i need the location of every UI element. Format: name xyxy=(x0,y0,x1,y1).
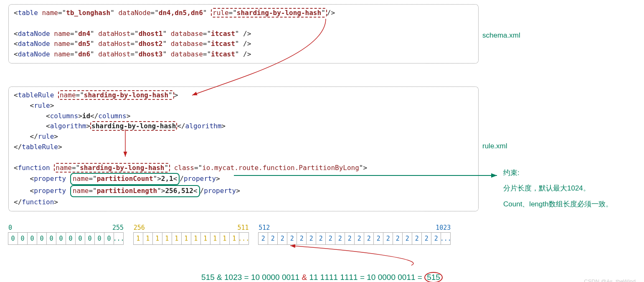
partition-strip: 00000000000...0255 11111111111...256511 … xyxy=(8,232,636,245)
partition-cell: 2 xyxy=(287,232,297,245)
partition-cell: 0 xyxy=(46,232,56,245)
rule-xml-box: <tableRule name="sharding-by-long-hash">… xyxy=(8,86,479,211)
formula: 515 & 1023 = 10 0000 0011 & 11 1111 1111… xyxy=(8,272,636,282)
partition-cell: 1 xyxy=(200,232,210,245)
schema-xml-box: <table name="tb_longhash" dataNode="dn4,… xyxy=(8,4,479,64)
partition-cell: 2 xyxy=(258,232,268,245)
partition-cell: 1 xyxy=(162,232,172,245)
partition-cell: 1 xyxy=(191,232,201,245)
partition-cell: 1 xyxy=(133,232,143,245)
partition-cell: 2 xyxy=(402,232,412,245)
partition-cell: 0 xyxy=(94,232,104,245)
partition-cell: 0 xyxy=(56,232,66,245)
partition-cell: 0 xyxy=(18,232,28,245)
partition-cell: ... xyxy=(441,232,451,245)
rule-label: rule.xml xyxy=(482,142,507,150)
partition-cell: 0 xyxy=(85,232,95,245)
partition-cell: 0 xyxy=(37,232,47,245)
partition-cell: 2 xyxy=(373,232,383,245)
partition-cell: 1 xyxy=(143,232,153,245)
schema-label: schema.xml xyxy=(482,31,520,40)
partition-cell: 2 xyxy=(316,232,326,245)
partition-cell: 1 xyxy=(229,232,239,245)
partition-cell: 2 xyxy=(383,232,393,245)
partition-cell: 0 xyxy=(27,232,37,245)
partition-cell: 2 xyxy=(393,232,403,245)
partition-cell: 2 xyxy=(297,232,307,245)
partition-cell: 2 xyxy=(364,232,374,245)
partition-cell: 0 xyxy=(8,232,18,245)
constraint-text: 约束: 分片长度，默认最大1024。 Count、length数组长度必须一致。 xyxy=(503,165,613,212)
partition-cell: 2 xyxy=(325,232,335,245)
partition-cell: 1 xyxy=(181,232,191,245)
partition-cell: 2 xyxy=(354,232,364,245)
partition-cell: 2 xyxy=(421,232,431,245)
partition-cell: 2 xyxy=(335,232,345,245)
partition-cell: 1 xyxy=(220,232,230,245)
partition-cell: 0 xyxy=(104,232,114,245)
watermark: CSDN @As_theWind xyxy=(584,278,636,282)
partition-cell: 1 xyxy=(172,232,182,245)
partition-cell: 2 xyxy=(431,232,441,245)
partition-cell: 0 xyxy=(66,232,76,245)
partition-cell: 1 xyxy=(210,232,220,245)
partition-cell: 2 xyxy=(306,232,316,245)
partition-cell: 1 xyxy=(152,232,162,245)
partition-cell: ... xyxy=(114,232,124,245)
partition-cell: 0 xyxy=(75,232,85,245)
partition-cell: 2 xyxy=(268,232,278,245)
partition-cell: 2 xyxy=(412,232,422,245)
partition-cell: 2 xyxy=(345,232,355,245)
partition-cell: ... xyxy=(239,232,249,245)
partition-cell: 2 xyxy=(277,232,287,245)
